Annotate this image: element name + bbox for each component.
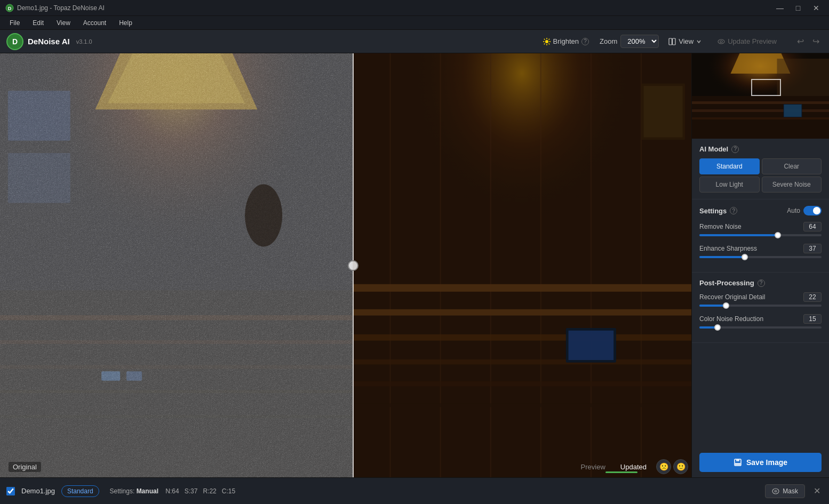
svg-rect-19 — [8, 91, 70, 141]
recover-detail-value[interactable]: 22 — [803, 292, 822, 302]
recover-detail-slider-row: Recover Original Detail 22 — [699, 292, 822, 307]
save-image-button[interactable]: Save Image — [699, 453, 822, 472]
svg-point-2 — [545, 40, 548, 43]
app-logo: D DeNoise AI v3.1.0 — [6, 33, 92, 50]
color-noise-track[interactable] — [699, 326, 822, 329]
settings-title: Settings — [699, 207, 727, 215]
app-version: v3.1.0 — [76, 38, 92, 45]
recover-detail-label-row: Recover Original Detail 22 — [699, 292, 822, 302]
auto-label: Auto — [787, 207, 800, 214]
ai-model-grid: Standard Clear Low Light Severe Noise — [699, 158, 822, 193]
recover-detail-track[interactable] — [699, 305, 822, 307]
canvas-area[interactable]: Original Preview Updated 🙁 🙂 — [0, 53, 691, 477]
post-processing-header: Post-Processing ? — [699, 279, 822, 287]
remove-noise-track[interactable] — [699, 234, 822, 236]
svg-rect-43 — [353, 359, 691, 364]
settings-detail: Manual — [137, 487, 158, 495]
split-divider[interactable] — [353, 53, 354, 477]
noise-label: N: — [165, 487, 172, 495]
view-icon — [668, 38, 676, 45]
remove-noise-thumb[interactable] — [775, 232, 781, 238]
color-noise-value[interactable]: 15 — [803, 314, 822, 324]
menubar: File Edit View Account Help — [0, 16, 829, 30]
svg-rect-11 — [669, 38, 672, 45]
logo-icon: D — [6, 33, 23, 50]
view-button[interactable]: View — [664, 35, 706, 47]
recover-detail-thumb[interactable] — [723, 302, 729, 309]
mask-button[interactable]: Mask — [765, 484, 805, 498]
file-checkbox[interactable] — [6, 487, 15, 495]
sidebar: AI Model ? Standard Clear Low Light Seve… — [691, 53, 829, 477]
undo-button[interactable]: ↩ — [794, 35, 807, 47]
menu-account[interactable]: Account — [78, 18, 111, 28]
svg-rect-55 — [692, 117, 829, 119]
settings-help-icon[interactable]: ? — [730, 207, 737, 214]
ai-model-title: AI Model — [699, 145, 728, 153]
thumbs-up-button[interactable]: 🙂 — [673, 459, 688, 474]
menu-file[interactable]: File — [4, 18, 25, 28]
menu-view[interactable]: View — [51, 18, 76, 28]
zoom-label: Zoom — [600, 37, 617, 45]
minimize-button[interactable]: — — [772, 3, 787, 13]
mask-icon — [772, 487, 779, 495]
recover-detail-fill — [699, 305, 726, 307]
svg-rect-28 — [126, 371, 142, 381]
update-preview-label: Update Preview — [728, 37, 777, 45]
model-clear-button[interactable]: Clear — [762, 158, 822, 174]
update-preview-button[interactable]: Update Preview — [712, 35, 782, 47]
svg-rect-44 — [353, 381, 691, 386]
left-image-content — [0, 53, 353, 477]
statusbar-close-button[interactable]: ✕ — [811, 484, 823, 498]
enhance-sharpness-track[interactable] — [699, 256, 822, 258]
main-content: Original Preview Updated 🙁 🙂 — [0, 53, 829, 477]
settings-badge[interactable]: Standard — [61, 485, 99, 497]
maximize-button[interactable]: □ — [791, 3, 806, 13]
split-divider-handle[interactable] — [348, 260, 358, 271]
enhance-sharpness-value[interactable]: 37 — [803, 244, 822, 253]
file-name: Demo1.jpg — [21, 487, 55, 495]
processed-svg — [353, 53, 691, 477]
zoom-select[interactable]: 200% 100% 50% 400% — [620, 35, 659, 48]
window-controls: — □ ✕ — [772, 3, 824, 13]
sharpness-label: S: — [185, 487, 190, 495]
post-processing-help-icon[interactable]: ? — [758, 279, 765, 287]
titlebar: D Demo1.jpg - Topaz DeNoise AI — □ ✕ — [0, 0, 829, 16]
color-noise-label: Color Noise Reduction — [699, 315, 763, 323]
menu-edit[interactable]: Edit — [27, 18, 49, 28]
view-label: View — [679, 37, 694, 45]
thumbs-down-button[interactable]: 🙁 — [656, 459, 671, 474]
remove-noise-value[interactable]: 64 — [803, 222, 822, 231]
svg-rect-29 — [0, 53, 353, 477]
svg-text:D: D — [8, 6, 12, 11]
redo-button[interactable]: ↪ — [809, 35, 823, 47]
brighten-help-icon[interactable]: ? — [581, 38, 589, 45]
post-processing-title: Post-Processing — [699, 279, 754, 287]
svg-rect-26 — [0, 415, 353, 418]
svg-rect-40 — [353, 284, 691, 292]
sharpness-value: 37 — [190, 487, 197, 495]
auto-toggle-switch[interactable] — [803, 206, 822, 215]
thumbnail-area — [692, 53, 829, 139]
enhance-sharpness-slider-row: Enhance Sharpness 37 — [699, 244, 822, 258]
original-svg — [0, 53, 353, 477]
settings-info: Settings: Manual N:64 S:37 R:22 C:15 — [110, 487, 236, 495]
model-severenoise-button[interactable]: Severe Noise — [762, 177, 822, 193]
settings-prefix: Settings: — [110, 487, 135, 495]
split-view: Original Preview Updated 🙁 🙂 — [0, 53, 691, 477]
svg-rect-25 — [0, 390, 353, 393]
ai-model-help-icon[interactable]: ? — [731, 146, 739, 153]
close-button[interactable]: ✕ — [809, 3, 824, 13]
svg-rect-27 — [101, 371, 120, 381]
svg-rect-23 — [0, 340, 353, 344]
color-noise-thumb[interactable] — [714, 324, 721, 331]
menu-help[interactable]: Help — [114, 18, 138, 28]
model-standard-button[interactable]: Standard — [699, 158, 760, 174]
svg-rect-20 — [8, 153, 70, 203]
brighten-button[interactable]: Brighten ? — [539, 35, 593, 47]
enhance-sharpness-thumb[interactable] — [742, 254, 748, 260]
model-lowlight-button[interactable]: Low Light — [699, 177, 760, 193]
toggle-knob — [813, 207, 820, 214]
noise-value: 64 — [172, 487, 179, 495]
svg-point-14 — [720, 41, 722, 43]
svg-line-8 — [548, 43, 549, 44]
